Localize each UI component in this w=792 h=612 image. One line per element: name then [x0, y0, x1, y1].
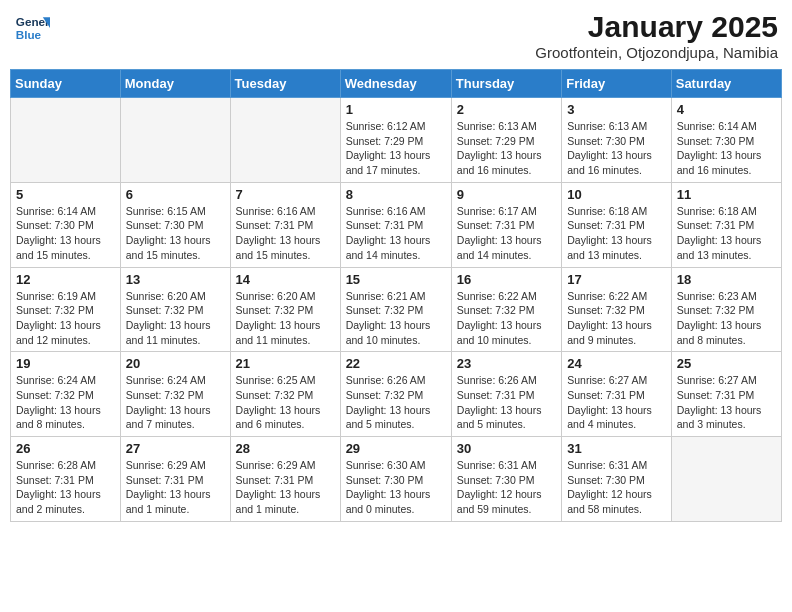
- calendar-cell: 1Sunrise: 6:12 AM Sunset: 7:29 PM Daylig…: [340, 98, 451, 183]
- day-info: Sunrise: 6:29 AM Sunset: 7:31 PM Dayligh…: [236, 458, 335, 517]
- calendar-cell: 17Sunrise: 6:22 AM Sunset: 7:32 PM Dayli…: [562, 267, 672, 352]
- weekday-header-tuesday: Tuesday: [230, 70, 340, 98]
- day-info: Sunrise: 6:16 AM Sunset: 7:31 PM Dayligh…: [236, 204, 335, 263]
- day-number: 27: [126, 441, 225, 456]
- logo-icon: General Blue: [14, 10, 50, 46]
- logo: General Blue: [14, 10, 50, 46]
- week-row-4: 19Sunrise: 6:24 AM Sunset: 7:32 PM Dayli…: [11, 352, 782, 437]
- day-number: 25: [677, 356, 776, 371]
- calendar-title: January 2025: [535, 10, 778, 44]
- day-number: 1: [346, 102, 446, 117]
- weekday-header-saturday: Saturday: [671, 70, 781, 98]
- weekday-header-sunday: Sunday: [11, 70, 121, 98]
- day-info: Sunrise: 6:15 AM Sunset: 7:30 PM Dayligh…: [126, 204, 225, 263]
- calendar-cell: 29Sunrise: 6:30 AM Sunset: 7:30 PM Dayli…: [340, 437, 451, 522]
- day-number: 28: [236, 441, 335, 456]
- day-number: 29: [346, 441, 446, 456]
- calendar-cell: 24Sunrise: 6:27 AM Sunset: 7:31 PM Dayli…: [562, 352, 672, 437]
- calendar-cell: 12Sunrise: 6:19 AM Sunset: 7:32 PM Dayli…: [11, 267, 121, 352]
- calendar-table: SundayMondayTuesdayWednesdayThursdayFrid…: [10, 69, 782, 522]
- calendar-cell: 15Sunrise: 6:21 AM Sunset: 7:32 PM Dayli…: [340, 267, 451, 352]
- calendar-cell: 14Sunrise: 6:20 AM Sunset: 7:32 PM Dayli…: [230, 267, 340, 352]
- calendar-cell: 11Sunrise: 6:18 AM Sunset: 7:31 PM Dayli…: [671, 182, 781, 267]
- day-number: 5: [16, 187, 115, 202]
- calendar-cell: 31Sunrise: 6:31 AM Sunset: 7:30 PM Dayli…: [562, 437, 672, 522]
- day-number: 3: [567, 102, 666, 117]
- calendar-cell: 23Sunrise: 6:26 AM Sunset: 7:31 PM Dayli…: [451, 352, 561, 437]
- day-number: 15: [346, 272, 446, 287]
- weekday-header-friday: Friday: [562, 70, 672, 98]
- day-number: 8: [346, 187, 446, 202]
- calendar-cell: 20Sunrise: 6:24 AM Sunset: 7:32 PM Dayli…: [120, 352, 230, 437]
- day-info: Sunrise: 6:25 AM Sunset: 7:32 PM Dayligh…: [236, 373, 335, 432]
- day-number: 6: [126, 187, 225, 202]
- day-info: Sunrise: 6:18 AM Sunset: 7:31 PM Dayligh…: [677, 204, 776, 263]
- weekday-header-row: SundayMondayTuesdayWednesdayThursdayFrid…: [11, 70, 782, 98]
- day-number: 30: [457, 441, 556, 456]
- week-row-1: 1Sunrise: 6:12 AM Sunset: 7:29 PM Daylig…: [11, 98, 782, 183]
- day-info: Sunrise: 6:31 AM Sunset: 7:30 PM Dayligh…: [457, 458, 556, 517]
- day-info: Sunrise: 6:31 AM Sunset: 7:30 PM Dayligh…: [567, 458, 666, 517]
- calendar-cell: 5Sunrise: 6:14 AM Sunset: 7:30 PM Daylig…: [11, 182, 121, 267]
- weekday-header-wednesday: Wednesday: [340, 70, 451, 98]
- day-info: Sunrise: 6:23 AM Sunset: 7:32 PM Dayligh…: [677, 289, 776, 348]
- calendar-cell: [671, 437, 781, 522]
- calendar-cell: [230, 98, 340, 183]
- day-info: Sunrise: 6:22 AM Sunset: 7:32 PM Dayligh…: [567, 289, 666, 348]
- calendar-cell: 22Sunrise: 6:26 AM Sunset: 7:32 PM Dayli…: [340, 352, 451, 437]
- weekday-header-monday: Monday: [120, 70, 230, 98]
- day-info: Sunrise: 6:30 AM Sunset: 7:30 PM Dayligh…: [346, 458, 446, 517]
- day-number: 24: [567, 356, 666, 371]
- day-number: 2: [457, 102, 556, 117]
- day-info: Sunrise: 6:29 AM Sunset: 7:31 PM Dayligh…: [126, 458, 225, 517]
- day-info: Sunrise: 6:24 AM Sunset: 7:32 PM Dayligh…: [16, 373, 115, 432]
- day-number: 7: [236, 187, 335, 202]
- day-info: Sunrise: 6:26 AM Sunset: 7:31 PM Dayligh…: [457, 373, 556, 432]
- day-number: 14: [236, 272, 335, 287]
- calendar-cell: 2Sunrise: 6:13 AM Sunset: 7:29 PM Daylig…: [451, 98, 561, 183]
- day-info: Sunrise: 6:19 AM Sunset: 7:32 PM Dayligh…: [16, 289, 115, 348]
- day-info: Sunrise: 6:14 AM Sunset: 7:30 PM Dayligh…: [16, 204, 115, 263]
- day-number: 16: [457, 272, 556, 287]
- day-number: 13: [126, 272, 225, 287]
- day-number: 12: [16, 272, 115, 287]
- day-info: Sunrise: 6:13 AM Sunset: 7:29 PM Dayligh…: [457, 119, 556, 178]
- day-info: Sunrise: 6:18 AM Sunset: 7:31 PM Dayligh…: [567, 204, 666, 263]
- day-info: Sunrise: 6:22 AM Sunset: 7:32 PM Dayligh…: [457, 289, 556, 348]
- calendar-cell: [11, 98, 121, 183]
- calendar-cell: 13Sunrise: 6:20 AM Sunset: 7:32 PM Dayli…: [120, 267, 230, 352]
- day-number: 20: [126, 356, 225, 371]
- calendar-cell: 21Sunrise: 6:25 AM Sunset: 7:32 PM Dayli…: [230, 352, 340, 437]
- weekday-header-thursday: Thursday: [451, 70, 561, 98]
- week-row-5: 26Sunrise: 6:28 AM Sunset: 7:31 PM Dayli…: [11, 437, 782, 522]
- day-info: Sunrise: 6:26 AM Sunset: 7:32 PM Dayligh…: [346, 373, 446, 432]
- calendar-cell: 10Sunrise: 6:18 AM Sunset: 7:31 PM Dayli…: [562, 182, 672, 267]
- day-number: 9: [457, 187, 556, 202]
- week-row-3: 12Sunrise: 6:19 AM Sunset: 7:32 PM Dayli…: [11, 267, 782, 352]
- calendar-cell: 18Sunrise: 6:23 AM Sunset: 7:32 PM Dayli…: [671, 267, 781, 352]
- day-info: Sunrise: 6:21 AM Sunset: 7:32 PM Dayligh…: [346, 289, 446, 348]
- calendar-cell: 27Sunrise: 6:29 AM Sunset: 7:31 PM Dayli…: [120, 437, 230, 522]
- day-info: Sunrise: 6:20 AM Sunset: 7:32 PM Dayligh…: [126, 289, 225, 348]
- day-info: Sunrise: 6:28 AM Sunset: 7:31 PM Dayligh…: [16, 458, 115, 517]
- day-number: 19: [16, 356, 115, 371]
- calendar-cell: 6Sunrise: 6:15 AM Sunset: 7:30 PM Daylig…: [120, 182, 230, 267]
- calendar-cell: 9Sunrise: 6:17 AM Sunset: 7:31 PM Daylig…: [451, 182, 561, 267]
- day-number: 4: [677, 102, 776, 117]
- week-row-2: 5Sunrise: 6:14 AM Sunset: 7:30 PM Daylig…: [11, 182, 782, 267]
- page-header: General Blue January 2025 Grootfontein, …: [10, 10, 782, 61]
- day-number: 31: [567, 441, 666, 456]
- day-info: Sunrise: 6:27 AM Sunset: 7:31 PM Dayligh…: [567, 373, 666, 432]
- calendar-cell: 3Sunrise: 6:13 AM Sunset: 7:30 PM Daylig…: [562, 98, 672, 183]
- day-info: Sunrise: 6:13 AM Sunset: 7:30 PM Dayligh…: [567, 119, 666, 178]
- calendar-cell: 30Sunrise: 6:31 AM Sunset: 7:30 PM Dayli…: [451, 437, 561, 522]
- calendar-cell: 26Sunrise: 6:28 AM Sunset: 7:31 PM Dayli…: [11, 437, 121, 522]
- day-number: 21: [236, 356, 335, 371]
- day-info: Sunrise: 6:16 AM Sunset: 7:31 PM Dayligh…: [346, 204, 446, 263]
- day-info: Sunrise: 6:12 AM Sunset: 7:29 PM Dayligh…: [346, 119, 446, 178]
- day-number: 22: [346, 356, 446, 371]
- title-block: January 2025 Grootfontein, Otjozondjupa,…: [535, 10, 778, 61]
- day-info: Sunrise: 6:17 AM Sunset: 7:31 PM Dayligh…: [457, 204, 556, 263]
- calendar-cell: 25Sunrise: 6:27 AM Sunset: 7:31 PM Dayli…: [671, 352, 781, 437]
- day-number: 18: [677, 272, 776, 287]
